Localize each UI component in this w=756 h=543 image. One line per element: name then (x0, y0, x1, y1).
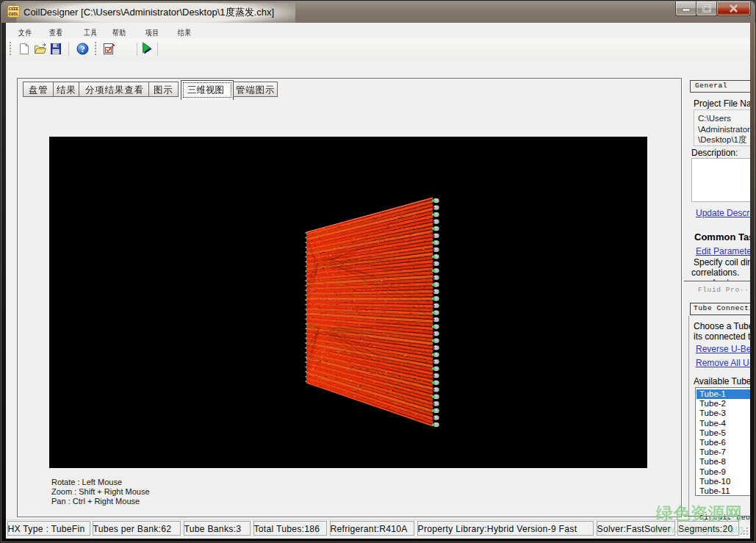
svg-text:COIL: COIL (9, 12, 19, 17)
svg-text:?: ? (81, 45, 85, 54)
